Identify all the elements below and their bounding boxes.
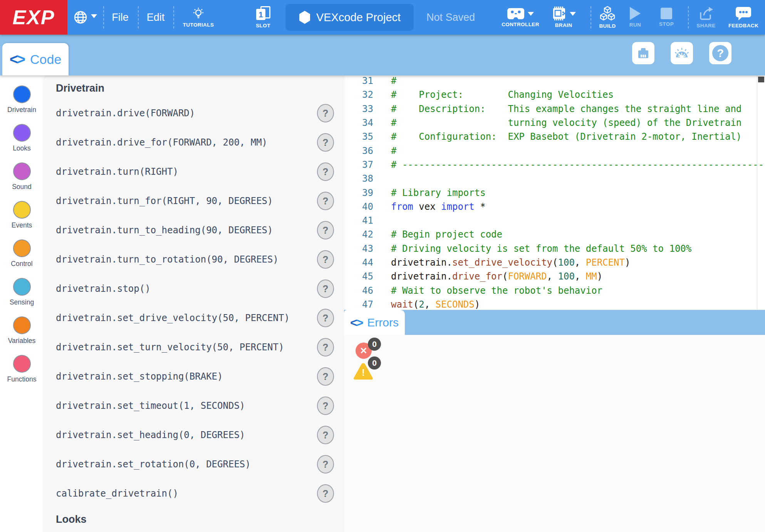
- code-line[interactable]: 37 # -----------------------------------…: [344, 158, 765, 172]
- command-help-button[interactable]: ?: [317, 221, 334, 239]
- command-row[interactable]: drivetrain.stop() ?: [44, 274, 344, 303]
- command-help-button[interactable]: ?: [317, 133, 334, 152]
- code-editor[interactable]: 31 # 32 # Project: Changing Velocities 3…: [344, 75, 765, 310]
- code-line[interactable]: 32 # Project: Changing Velocities: [344, 88, 765, 102]
- command-row[interactable]: drivetrain.drive(FORWARD) ?: [44, 99, 344, 128]
- command-row[interactable]: drivetrain.turn_for(RIGHT, 90, DEGREES) …: [44, 186, 344, 216]
- language-menu[interactable]: [69, 0, 101, 35]
- sidebar-category[interactable]: Sound: [0, 152, 44, 191]
- command-text[interactable]: drivetrain.turn_to_heading(90, DEGREES): [56, 225, 273, 236]
- command-text[interactable]: drivetrain.turn(RIGHT): [56, 166, 178, 177]
- dashboard-button[interactable]: [671, 42, 693, 64]
- brain-button[interactable]: BRAIN: [544, 0, 583, 35]
- command-text[interactable]: drivetrain.set_rotation(0, DEGREES): [56, 459, 251, 470]
- file-menu[interactable]: File: [105, 0, 136, 35]
- command-row[interactable]: drivetrain.set_turn_velocity(50, PERCENT…: [44, 333, 344, 362]
- command-row[interactable]: drivetrain.turn_to_rotation(90, DEGREES)…: [44, 245, 344, 274]
- code-line[interactable]: 34 # turning velocity (speed) of the Dri…: [344, 116, 765, 130]
- command-text[interactable]: drivetrain.stop(): [56, 283, 151, 294]
- errors-panel: ✕ 0 ! 0: [344, 335, 765, 532]
- category-color-dot[interactable]: [13, 201, 31, 219]
- command-row[interactable]: drivetrain.set_drive_velocity(50, PERCEN…: [44, 303, 344, 333]
- slot-button[interactable]: 1 SLOT: [243, 0, 284, 35]
- command-text[interactable]: drivetrain.drive(FORWARD): [56, 108, 195, 119]
- command-help-button[interactable]: ?: [317, 396, 334, 415]
- command-text[interactable]: drivetrain.set_drive_velocity(50, PERCEN…: [56, 313, 290, 323]
- command-help-button[interactable]: ?: [317, 192, 334, 210]
- hexagon-icon: [299, 10, 311, 24]
- code-line[interactable]: 47 wait(2, SECONDS): [344, 298, 765, 310]
- command-help-button[interactable]: ?: [317, 162, 334, 181]
- command-help-button[interactable]: ?: [317, 104, 334, 122]
- code-line[interactable]: 44 drivetrain.set_drive_velocity(100, PE…: [344, 256, 765, 269]
- category-label: Variables: [8, 337, 36, 345]
- code-line[interactable]: 40 from vex import *: [344, 200, 765, 214]
- command-row[interactable]: drivetrain.drive_for(FORWARD, 200, MM) ?: [44, 128, 344, 157]
- code-line[interactable]: 43 # Driving velocity is set from the de…: [344, 242, 765, 256]
- command-text[interactable]: drivetrain.set_turn_velocity(50, PERCENT…: [56, 342, 284, 353]
- command-text[interactable]: drivetrain.drive_for(FORWARD, 200, MM): [56, 137, 267, 148]
- stop-button[interactable]: STOP: [654, 0, 679, 35]
- sidebar-category[interactable]: Sensing: [0, 268, 44, 306]
- category-color-dot[interactable]: [13, 162, 31, 180]
- command-row[interactable]: drivetrain.turn(RIGHT) ?: [44, 157, 344, 186]
- command-help-button[interactable]: ?: [317, 367, 334, 386]
- category-color-dot[interactable]: [13, 124, 31, 142]
- feedback-button[interactable]: FEEDBACK: [724, 0, 763, 35]
- tab-errors[interactable]: <> Errors: [344, 310, 405, 335]
- controller-button[interactable]: CONTROLLER: [497, 0, 544, 35]
- code-line[interactable]: 36 #: [344, 144, 765, 157]
- code-line[interactable]: 35 # Configuration: EXP Basebot (Drivetr…: [344, 130, 765, 144]
- command-row[interactable]: drivetrain.set_timeout(1, SECONDS) ?: [44, 391, 344, 420]
- category-color-dot[interactable]: [13, 239, 31, 257]
- category-color-dot[interactable]: [13, 85, 31, 103]
- share-button[interactable]: SHARE: [692, 0, 720, 35]
- command-row[interactable]: drivetrain.set_heading(0, DEGREES) ?: [44, 420, 344, 450]
- command-text[interactable]: calibrate_drivetrain(): [56, 488, 178, 499]
- command-help-button[interactable]: ?: [317, 426, 334, 444]
- code-line[interactable]: 45 drivetrain.drive_for(FORWARD, 100, MM…: [344, 269, 765, 283]
- sidebar-category[interactable]: Functions: [0, 345, 44, 383]
- code-line[interactable]: 41: [344, 214, 765, 228]
- command-help-button[interactable]: ?: [317, 309, 334, 327]
- code-line[interactable]: 42 # Begin project code: [344, 228, 765, 241]
- command-text[interactable]: drivetrain.set_heading(0, DEGREES): [56, 430, 245, 440]
- code-line-text: # Begin project code: [373, 229, 502, 240]
- code-line-text: # turning velocity (speed) of the Drivet…: [373, 117, 742, 128]
- command-help-button[interactable]: ?: [317, 455, 334, 473]
- build-button[interactable]: BUILD: [594, 0, 621, 35]
- command-row[interactable]: drivetrain.set_stopping(BRAKE) ?: [44, 362, 344, 391]
- command-text[interactable]: drivetrain.turn_to_rotation(90, DEGREES): [56, 254, 278, 265]
- code-line[interactable]: 46 # Wait to observe the robot's behavio…: [344, 283, 765, 297]
- sidebar-category[interactable]: Control: [0, 229, 44, 268]
- sidebar-category[interactable]: Variables: [0, 306, 44, 345]
- command-help-button[interactable]: ?: [317, 279, 334, 298]
- command-row[interactable]: drivetrain.turn_to_heading(90, DEGREES) …: [44, 216, 344, 245]
- category-color-dot[interactable]: [13, 316, 31, 334]
- code-line[interactable]: 39 # Library imports: [344, 186, 765, 199]
- command-row[interactable]: calibrate_drivetrain() ?: [44, 479, 344, 508]
- project-name-button[interactable]: VEXcode Project: [285, 4, 414, 31]
- code-line[interactable]: 31 #: [344, 75, 765, 88]
- command-text[interactable]: drivetrain.set_timeout(1, SECONDS): [56, 400, 245, 411]
- category-color-dot[interactable]: [13, 355, 31, 373]
- run-button[interactable]: RUN: [623, 0, 648, 35]
- command-row[interactable]: drivetrain.set_rotation(0, DEGREES) ?: [44, 450, 344, 479]
- command-text[interactable]: drivetrain.turn_for(RIGHT, 90, DEGREES): [56, 196, 273, 206]
- sidebar-category[interactable]: Looks: [0, 114, 44, 152]
- code-line[interactable]: 38: [344, 172, 765, 186]
- command-help-button[interactable]: ?: [317, 338, 334, 356]
- code-line[interactable]: 33 # Description: This example changes t…: [344, 102, 765, 116]
- device-manager-button[interactable]: [632, 42, 654, 64]
- tab-code[interactable]: <> Code: [2, 43, 69, 75]
- sidebar-category[interactable]: Drivetrain: [0, 75, 44, 114]
- help-button[interactable]: ?: [709, 42, 731, 64]
- error-count-badge: 0: [368, 338, 381, 351]
- sidebar-category[interactable]: Events: [0, 191, 44, 229]
- edit-menu[interactable]: Edit: [140, 0, 171, 35]
- command-text[interactable]: drivetrain.set_stopping(BRAKE): [56, 371, 223, 382]
- command-help-button[interactable]: ?: [317, 484, 334, 503]
- category-color-dot[interactable]: [13, 278, 31, 296]
- tutorials-button[interactable]: TUTORIALS: [178, 0, 219, 35]
- command-help-button[interactable]: ?: [317, 250, 334, 269]
